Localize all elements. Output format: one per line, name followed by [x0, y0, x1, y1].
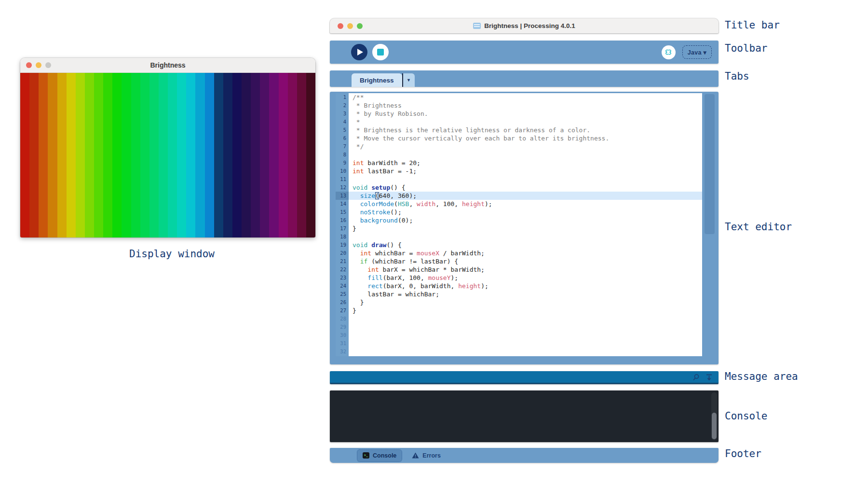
code-token: HSB: [398, 200, 409, 208]
line-number-gutter: 1234567891011121314151617181920212223242…: [336, 93, 349, 356]
code-token: (whichBar != lastBar) {: [367, 258, 458, 265]
code-line[interactable]: */: [349, 142, 702, 151]
line-number: 16: [336, 216, 349, 224]
line-number: 8: [336, 151, 349, 159]
code-token: [353, 209, 360, 216]
code-line[interactable]: background(0);: [349, 216, 702, 224]
console-scrollbar-thumb[interactable]: [712, 413, 717, 439]
code-line[interactable]: * by Rusty Robison.: [349, 110, 702, 118]
scroll-to-bottom-icon[interactable]: [705, 374, 713, 381]
line-number: 31: [336, 339, 349, 348]
line-number: 22: [336, 265, 349, 274]
code-line[interactable]: [349, 323, 702, 331]
code-line[interactable]: /**: [349, 93, 702, 101]
color-bar: [223, 73, 232, 237]
code-token: * Brightness is the relative lightness o…: [353, 126, 590, 134]
line-number: 15: [336, 208, 349, 216]
code-token: );: [481, 282, 488, 290]
footer-console-label: Console: [373, 452, 396, 459]
code-line[interactable]: void setup() {: [349, 183, 702, 192]
code-line[interactable]: [349, 348, 702, 356]
code-line[interactable]: noStroke();: [349, 208, 702, 216]
search-icon[interactable]: [692, 374, 700, 381]
code-line[interactable]: }: [349, 298, 702, 306]
stop-button[interactable]: [372, 44, 389, 60]
annotation-message-area: Message area: [725, 371, 798, 382]
code-line[interactable]: }: [349, 224, 702, 233]
code-line[interactable]: lastBar = whichBar;: [349, 290, 702, 298]
color-bar: [85, 73, 94, 237]
annotation-footer: Footer: [725, 448, 761, 459]
code-line[interactable]: [349, 339, 702, 348]
code-line[interactable]: fill(barX, 100, mouseY);: [349, 274, 702, 282]
code-lines[interactable]: /** * Brightness * by Rusty Robison. * *…: [349, 93, 702, 356]
color-bar: [48, 73, 57, 237]
ide-console[interactable]: [330, 390, 719, 442]
tab-brightness[interactable]: Brightness: [352, 73, 402, 87]
ide-tab-bar: Brightness ▼: [330, 70, 719, 87]
code-line[interactable]: colorMode(HSB, width, 100, height);: [349, 200, 702, 208]
sketch-color-bars[interactable]: [20, 73, 315, 237]
code-line[interactable]: size(640, 360);: [349, 192, 702, 200]
code-token: /**: [353, 94, 364, 101]
line-number: 17: [336, 224, 349, 233]
code-area[interactable]: 1234567891011121314151617181920212223242…: [336, 93, 702, 356]
sketch-display-window: Brightness: [20, 58, 315, 237]
code-token: (0);: [398, 217, 413, 224]
line-number: 30: [336, 331, 349, 339]
console-scrollbar[interactable]: [711, 392, 717, 440]
code-line[interactable]: * Move the cursor vertically over each b…: [349, 134, 702, 142]
code-line[interactable]: int whichBar = mouseX / barWidth;: [349, 249, 702, 257]
code-line[interactable]: [349, 151, 702, 159]
code-token: int: [367, 266, 379, 273]
code-token: height: [458, 282, 481, 290]
tab-menu-button[interactable]: ▼: [403, 73, 415, 87]
editor-scrollbar[interactable]: [702, 92, 719, 364]
footer-console-tab[interactable]: >_ Console: [357, 449, 402, 462]
editor-scrollbar-thumb[interactable]: [705, 94, 715, 234]
ide-message-area: [330, 371, 719, 384]
code-line[interactable]: [349, 331, 702, 339]
run-button[interactable]: [351, 44, 367, 60]
debug-button[interactable]: [662, 45, 676, 59]
code-line[interactable]: int barWidth = 20;: [349, 159, 702, 167]
code-line[interactable]: [349, 233, 702, 241]
code-line[interactable]: *: [349, 118, 702, 126]
code-token: }: [353, 299, 364, 306]
warning-icon: [412, 452, 419, 459]
color-bar: [131, 73, 140, 237]
code-token: );: [451, 274, 459, 281]
code-line[interactable]: int barX = whichBar * barWidth;: [349, 265, 702, 274]
color-bar: [112, 73, 122, 237]
code-line[interactable]: * Brightness is the relative lightness o…: [349, 126, 702, 134]
code-token: [353, 266, 367, 273]
sketch-window-titlebar[interactable]: Brightness: [20, 58, 315, 73]
line-number: 26: [336, 298, 349, 306]
code-token: () {: [390, 184, 405, 191]
code-line[interactable]: if (whichBar != lastBar) {: [349, 257, 702, 265]
code-line[interactable]: * Brightness: [349, 101, 702, 110]
code-line[interactable]: }: [349, 306, 702, 315]
footer-errors-tab[interactable]: Errors: [412, 452, 441, 459]
code-token: setup: [371, 184, 390, 191]
code-line[interactable]: [349, 175, 702, 183]
ide-titlebar[interactable]: Brightness | Processing 4.0.1: [330, 18, 719, 33]
code-token: ();: [390, 209, 401, 216]
ide-text-editor: 1234567891011121314151617181920212223242…: [330, 92, 719, 364]
code-line[interactable]: int lastBar = -1;: [349, 167, 702, 175]
color-bar: [177, 73, 186, 237]
code-token: [367, 241, 371, 249]
line-number: 24: [336, 282, 349, 290]
color-bar: [103, 73, 112, 237]
code-token: );: [485, 200, 492, 208]
code-line[interactable]: void draw() {: [349, 241, 702, 249]
code-token: }: [353, 307, 356, 314]
mode-dropdown[interactable]: Java ▾: [682, 45, 712, 59]
code-token: [353, 282, 367, 290]
code-line[interactable]: rect(barX, 0, barWidth, height);: [349, 282, 702, 290]
code-token: width: [417, 200, 435, 208]
color-bar: [149, 73, 159, 237]
code-token: if: [360, 258, 368, 265]
color-bar: [159, 73, 168, 237]
code-line[interactable]: [349, 315, 702, 323]
